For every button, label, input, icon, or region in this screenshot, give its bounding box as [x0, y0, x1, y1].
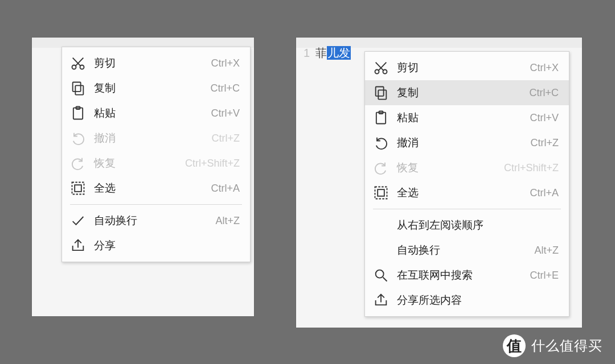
selectall-icon [70, 180, 86, 196]
menu-item-label: 分享所选内容 [397, 293, 551, 308]
menu-item-shortcut: Ctrl+C [210, 82, 240, 94]
menu_left-item-cut-0[interactable]: 剪切Ctrl+X [62, 51, 250, 76]
svg-rect-10 [378, 90, 386, 99]
menu-item-label: 剪切 [397, 60, 522, 75]
context-menu-right: 剪切Ctrl+X复制Ctrl+C粘贴Ctrl+V撤消Ctrl+Z恢复Ctrl+S… [364, 51, 569, 317]
menu-item-shortcut: Ctrl+Z [531, 137, 559, 149]
watermark-text: 什么值得买 [531, 337, 602, 355]
menu-item-shortcut: Ctrl+C [529, 87, 559, 99]
menu-item-label: 复制 [397, 85, 521, 100]
menu_left-item-paste-2[interactable]: 粘贴Ctrl+V [62, 101, 250, 126]
redo-icon [373, 160, 389, 176]
share-icon [70, 238, 86, 254]
editor-text[interactable]: 菲儿发 [315, 46, 351, 61]
redo-icon [70, 155, 86, 171]
svg-rect-7 [75, 185, 81, 192]
menu-item-shortcut: Ctrl+Shift+Z [504, 162, 559, 174]
svg-rect-11 [376, 87, 384, 96]
menu-item-label: 全选 [397, 185, 522, 200]
svg-rect-2 [75, 85, 83, 94]
menu_left-item-check-7[interactable]: 自动换行Alt+Z [62, 208, 250, 233]
line-number: 1 [298, 47, 310, 60]
menu-item-label: 从右到左阅读顺序 [397, 218, 551, 233]
menu-item-label: 撤消 [94, 131, 204, 146]
menu_left-item-share-8[interactable]: 分享 [62, 233, 250, 258]
svg-point-16 [376, 270, 384, 278]
menu-item-label: 自动换行 [397, 243, 526, 258]
editor-line[interactable]: 1 菲儿发 [298, 46, 351, 61]
menu_right-item-paste-2[interactable]: 粘贴Ctrl+V [365, 105, 569, 130]
menu-item-shortcut: Ctrl+V [211, 107, 240, 119]
menu-item-shortcut: Ctrl+Z [212, 133, 240, 144]
menu-item-shortcut: Ctrl+X [530, 62, 559, 74]
cut-icon [373, 60, 389, 76]
menu-item-shortcut: Ctrl+V [530, 112, 559, 124]
svg-point-0 [72, 65, 76, 69]
menu_right-item-noicon-8[interactable]: 自动换行Alt+Z [365, 238, 569, 263]
watermark-badge: 值 [503, 334, 526, 357]
svg-rect-15 [378, 189, 384, 196]
menu-item-label: 恢复 [94, 156, 177, 171]
watermark: 值 什么值得买 [503, 334, 602, 357]
selectall-icon [373, 185, 389, 201]
menu_right-item-search-9[interactable]: 在互联网中搜索Ctrl+E [365, 263, 569, 288]
menu-item-label: 自动换行 [94, 213, 207, 228]
menu_right-item-undo-3[interactable]: 撤消Ctrl+Z [365, 130, 569, 155]
svg-point-1 [80, 65, 84, 69]
svg-point-8 [375, 70, 379, 74]
paste-icon [373, 110, 389, 126]
menu_right-item-copy-1[interactable]: 复制Ctrl+C [365, 80, 569, 105]
search-icon [373, 267, 389, 283]
menu_right-item-share-10[interactable]: 分享所选内容 [365, 288, 569, 313]
menu-item-shortcut: Ctrl+Shift+Z [185, 158, 240, 169]
cut-icon [70, 55, 86, 71]
check-icon [70, 213, 86, 229]
menu-separator [373, 209, 561, 209]
menu-item-label: 复制 [94, 81, 202, 96]
menu_left-item-copy-1[interactable]: 复制Ctrl+C [62, 76, 250, 101]
menu-item-label: 剪切 [94, 56, 203, 71]
menu-item-shortcut: Ctrl+X [211, 57, 240, 69]
menu-item-label: 恢复 [397, 160, 496, 175]
menu_right-item-cut-0[interactable]: 剪切Ctrl+X [365, 55, 569, 80]
svg-point-9 [383, 70, 387, 74]
svg-rect-3 [73, 82, 81, 92]
menu_left-item-redo-4: 恢复Ctrl+Shift+Z [62, 151, 250, 176]
undo-icon [70, 130, 86, 146]
menu-item-shortcut: Ctrl+E [530, 270, 559, 282]
copy-icon [373, 85, 389, 101]
context-menu-left: 剪切Ctrl+X复制Ctrl+C粘贴Ctrl+V撤消Ctrl+Z恢复Ctrl+S… [62, 47, 251, 262]
menu_right-item-noicon-7[interactable]: 从右到左阅读顺序 [365, 213, 569, 238]
menu-item-label: 在互联网中搜索 [397, 268, 522, 283]
copy-icon [70, 80, 86, 96]
undo-icon [373, 135, 389, 151]
menu_right-item-selectall-5[interactable]: 全选Ctrl+A [365, 180, 569, 205]
menu-separator [70, 204, 242, 205]
menu-item-label: 分享 [94, 238, 232, 253]
menu-item-shortcut: Ctrl+A [211, 183, 240, 195]
menu-item-shortcut: Alt+Z [215, 215, 240, 227]
menu-item-label: 粘贴 [397, 110, 522, 125]
menu_right-item-redo-4: 恢复Ctrl+Shift+Z [365, 155, 569, 180]
menu_left-item-undo-3: 撤消Ctrl+Z [62, 126, 250, 151]
svg-rect-6 [72, 183, 84, 195]
menu-item-label: 粘贴 [94, 106, 203, 121]
menu-item-shortcut: Ctrl+A [530, 187, 559, 199]
menu_left-item-selectall-5[interactable]: 全选Ctrl+A [62, 176, 250, 201]
share-icon [373, 292, 389, 308]
menu-item-label: 撤消 [397, 135, 523, 150]
paste-icon [70, 105, 86, 121]
menu-item-shortcut: Alt+Z [534, 245, 559, 257]
svg-rect-14 [375, 187, 387, 199]
menu-item-label: 全选 [94, 181, 203, 196]
selected-text: 儿发 [327, 46, 351, 60]
